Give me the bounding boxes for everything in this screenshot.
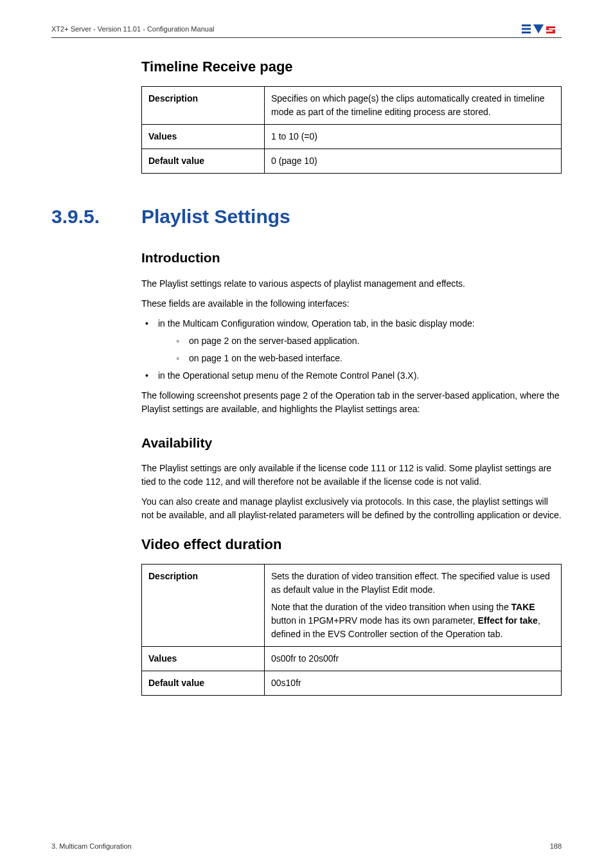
intro-paragraph: The Playlist settings relate to various … (141, 277, 562, 291)
table-row: Values 1 to 10 (=0) (142, 125, 562, 149)
section-title: Playlist Settings (141, 202, 290, 231)
table-row: Default value 00s10fr (142, 671, 562, 696)
svg-rect-2 (522, 32, 531, 33)
desc-line: Sets the duration of video transition ef… (271, 570, 555, 597)
availability-paragraph: The Playlist settings are only available… (141, 462, 562, 489)
table-key: Description (142, 565, 265, 647)
video-effect-duration-heading: Video effect duration (141, 534, 562, 555)
timeline-receive-heading: Timeline Receive page (141, 56, 562, 77)
desc-bold-effect: Effect for take (478, 615, 538, 626)
table-value: Specifies on which page(s) the clips aut… (265, 87, 562, 125)
introduction-heading: Introduction (141, 248, 562, 268)
svg-marker-3 (533, 24, 544, 33)
desc-text: Note that the duration of the video tran… (271, 602, 511, 612)
video-effect-duration-table: Description Sets the duration of video t… (141, 564, 562, 696)
table-value: 1 to 10 (=0) (265, 125, 562, 149)
list-item: on page 1 on the web-based interface. (158, 352, 562, 365)
desc-text: button in 1PGM+PRV mode has its own para… (271, 615, 478, 626)
table-key: Default value (142, 149, 265, 174)
availability-heading: Availability (141, 433, 562, 453)
list-item: on page 2 on the server-based applicatio… (158, 334, 562, 348)
intro-sub-list: on page 2 on the server-based applicatio… (158, 334, 562, 365)
section-number: 3.9.5. (51, 202, 141, 231)
footer-page-number: 188 (550, 841, 562, 852)
table-key: Values (142, 647, 265, 671)
list-item: in the Operational setup menu of the Rem… (141, 369, 562, 383)
intro-bullet-list: in the Multicam Configuration window, Op… (141, 317, 562, 383)
table-value: 00s10fr (265, 671, 562, 696)
table-value: 0 (page 10) (265, 149, 562, 174)
table-key: Values (142, 125, 265, 149)
table-row: Description Specifies on which page(s) t… (142, 87, 562, 125)
availability-paragraph: You can also create and manage playlist … (141, 495, 562, 522)
svg-rect-0 (522, 24, 531, 26)
page-footer: 3. Multicam Configuration 188 (51, 841, 562, 852)
list-item: in the Multicam Configuration window, Op… (141, 317, 562, 365)
table-key: Description (142, 87, 265, 125)
evs-logo (522, 23, 562, 35)
page-header: XT2+ Server - Version 11.01 - Configurat… (51, 23, 562, 38)
header-product-text: XT2+ Server - Version 11.01 - Configurat… (51, 24, 214, 35)
table-row: Values 0s00fr to 20s00fr (142, 647, 562, 671)
table-value: 0s00fr to 20s00fr (265, 647, 562, 671)
desc-bold-take: TAKE (511, 602, 535, 612)
table-value: Sets the duration of video transition ef… (265, 565, 562, 647)
list-item-text: in the Multicam Configuration window, Op… (158, 318, 475, 329)
desc-line: Note that the duration of the video tran… (271, 601, 555, 641)
table-key: Default value (142, 671, 265, 696)
table-row: Default value 0 (page 10) (142, 149, 562, 174)
table-row: Description Sets the duration of video t… (142, 565, 562, 647)
playlist-settings-section-header: 3.9.5. Playlist Settings (51, 202, 562, 231)
footer-section: 3. Multicam Configuration (51, 841, 132, 852)
intro-paragraph: These fields are available in the follow… (141, 297, 562, 311)
svg-rect-1 (522, 28, 531, 30)
timeline-receive-table: Description Specifies on which page(s) t… (141, 86, 562, 174)
intro-paragraph: The following screenshot presents page 2… (141, 389, 562, 416)
